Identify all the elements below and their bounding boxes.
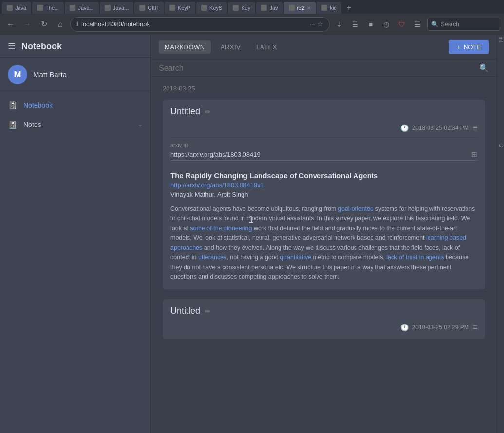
search-placeholder: Search xyxy=(441,21,459,28)
back-button[interactable]: ← xyxy=(4,18,18,31)
tab-java2[interactable]: Java... xyxy=(65,2,98,14)
edit-icon-2[interactable]: ✏ xyxy=(205,307,211,315)
clock-icon-2: 🕐 xyxy=(400,324,409,331)
note-menu-button-1[interactable]: ≡ xyxy=(473,124,477,132)
sidebar-item-notes[interactable]: 📓 Notes ⌄ xyxy=(0,115,150,134)
forward-button[interactable]: → xyxy=(20,18,34,31)
abstract-link-1: goal-oriented xyxy=(338,205,373,212)
note-title-area-1: Untitled ✏ xyxy=(170,107,211,117)
main-content: MARKDOWN ARXIV LATEX + NOTE 🔍 2018-03-25… xyxy=(151,35,497,433)
paper-title: The Rapidly Changing Landscape of Conver… xyxy=(170,171,477,180)
main-search-input[interactable] xyxy=(159,64,475,72)
copy-icon[interactable]: ⊞ xyxy=(471,150,477,158)
browser-toolbar: ← → ↻ ⌂ ℹ localhost:8080/notebook ··· ☆ … xyxy=(0,14,504,35)
lock-icon: ℹ xyxy=(76,21,78,27)
note-meta-1: 🕐 2018-03-25 02:34 PM ≡ xyxy=(400,124,477,132)
clock-icon-1: 🕐 xyxy=(400,124,409,132)
note-title-2: Untitled xyxy=(170,306,200,316)
abstract-text-5: , not having a good xyxy=(226,254,280,261)
tab-favicon xyxy=(169,5,175,11)
tab-close-icon[interactable]: ✕ xyxy=(307,5,311,11)
tab-latex[interactable]: LATEX xyxy=(250,40,283,54)
home-button[interactable]: ⌂ xyxy=(54,18,67,31)
browser-tabs: Java The... Java... Java... GItH KeyP Ke… xyxy=(0,0,504,14)
tab-label: re2 xyxy=(297,5,305,11)
tab-favicon xyxy=(139,5,145,11)
search-icon: 🔍 xyxy=(479,63,489,72)
tab-kio[interactable]: kio xyxy=(317,2,341,14)
sidebar-header: ☰ Notebook xyxy=(0,35,150,58)
step-number: 1 xyxy=(248,214,254,225)
sidebar-item-notebook[interactable]: 📓 Notebook xyxy=(0,95,150,115)
abstract-text: Conversational agents have become ubiqui… xyxy=(170,205,338,212)
shield-icon[interactable]: 🛡 xyxy=(395,18,409,31)
tab-java1[interactable]: Java xyxy=(2,2,31,14)
menu-icon[interactable]: ☰ xyxy=(411,18,424,31)
search-icon: 🔍 xyxy=(431,21,439,28)
notebook-icon: 📓 xyxy=(8,100,18,110)
toolbar-actions: ⇣ ☰ ■ ◴ 🛡 ☰ xyxy=(333,18,424,31)
library-icon[interactable]: ☰ xyxy=(348,18,362,31)
screenshot-icon[interactable]: ◴ xyxy=(379,18,393,31)
abstract-link-4: utterances xyxy=(198,254,226,261)
paper-link[interactable]: http://arxiv.org/abs/1803.08419v1 xyxy=(170,181,477,189)
right-panel-text-2: G xyxy=(497,142,504,149)
chevron-down-icon: ⌄ xyxy=(138,121,143,128)
paper-abstract: Conversational agents have become ubiqui… xyxy=(170,204,477,282)
add-note-label: NOTE xyxy=(464,43,481,51)
note-menu-button-2[interactable]: ≡ xyxy=(473,323,477,332)
arxiv-url-text: https://arxiv.org/abs/1803.08419 xyxy=(170,151,471,158)
note-card-1: Untitled ✏ 🕐 2018-03-25 02:34 PM ≡ arxiv… xyxy=(163,100,485,289)
content-area: 2018-03-25 Untitled ✏ 🕐 2018-03-25 02:34… xyxy=(151,77,497,433)
right-panel-edge: int G xyxy=(497,35,504,433)
bookmark-icon[interactable]: ☆ xyxy=(317,20,323,28)
app-title: Notebook xyxy=(21,41,62,52)
tab-keys[interactable]: KeyS xyxy=(196,2,227,14)
tab-label: Java... xyxy=(78,5,93,11)
tab-key[interactable]: Key xyxy=(228,2,255,14)
tab-markdown[interactable]: MARKDOWN xyxy=(159,40,211,54)
note-header-1: Untitled ✏ xyxy=(163,100,485,124)
browser-search-bar[interactable]: 🔍 Search xyxy=(427,18,500,31)
tab-favicon xyxy=(233,5,239,11)
tab-java3[interactable]: Java... xyxy=(100,2,133,14)
paper-authors: Vinayak Mathur, Arpit Singh xyxy=(170,191,477,198)
add-note-button[interactable]: + NOTE xyxy=(449,40,489,54)
sidebar: ☰ Notebook M Matt Barta 📓 Notebook 📓 Not… xyxy=(0,35,151,433)
tab-label: kio xyxy=(330,5,336,11)
address-actions: ··· xyxy=(310,21,315,28)
tab-re2[interactable]: re2 ✕ xyxy=(284,2,316,14)
tab-favicon xyxy=(37,5,43,11)
notes-icon: 📓 xyxy=(8,120,18,129)
tab-favicon xyxy=(70,5,75,11)
sidebar-item-notebook-label: Notebook xyxy=(23,101,143,109)
note-content-1: The Rapidly Changing Landscape of Conver… xyxy=(163,165,485,289)
tab-the[interactable]: The... xyxy=(32,2,64,14)
tab-label: KeyS xyxy=(209,5,222,11)
edit-icon-1[interactable]: ✏ xyxy=(205,108,211,116)
reload-button[interactable]: ↻ xyxy=(37,18,51,31)
main-search-bar[interactable]: 🔍 xyxy=(151,59,497,77)
tab-favicon xyxy=(105,5,111,11)
tab-arxiv[interactable]: ARXIV xyxy=(215,40,247,54)
tab-favicon xyxy=(201,5,207,11)
tab-keyp[interactable]: KeyP xyxy=(165,2,195,14)
tab-github[interactable]: GItH xyxy=(134,2,164,14)
date-header: 2018-03-25 xyxy=(163,85,485,92)
arxiv-input-row: https://arxiv.org/abs/1803.08419 ⊞ xyxy=(170,150,477,161)
sidebar-toggle-icon[interactable]: ■ xyxy=(364,18,377,31)
download-icon[interactable]: ⇣ xyxy=(333,18,346,31)
tab-label: Jav xyxy=(269,5,278,11)
address-bar[interactable]: ℹ localhost:8080/notebook ··· ☆ xyxy=(70,17,330,32)
tab-favicon xyxy=(7,5,13,11)
note-timestamp-1: 2018-03-25 02:34 PM xyxy=(412,125,469,131)
plus-icon: + xyxy=(457,43,461,51)
right-panel-text: int xyxy=(497,35,504,44)
user-section: M Matt Barta xyxy=(0,58,150,91)
hamburger-button[interactable]: ☰ xyxy=(8,41,16,52)
tab-jav[interactable]: Jav xyxy=(256,2,282,14)
arxiv-label: arxiv ID xyxy=(170,143,477,148)
abstract-link-2: some of the pioneering xyxy=(190,225,252,232)
note-title-1: Untitled xyxy=(170,107,200,117)
new-tab-button[interactable]: + xyxy=(342,2,355,14)
